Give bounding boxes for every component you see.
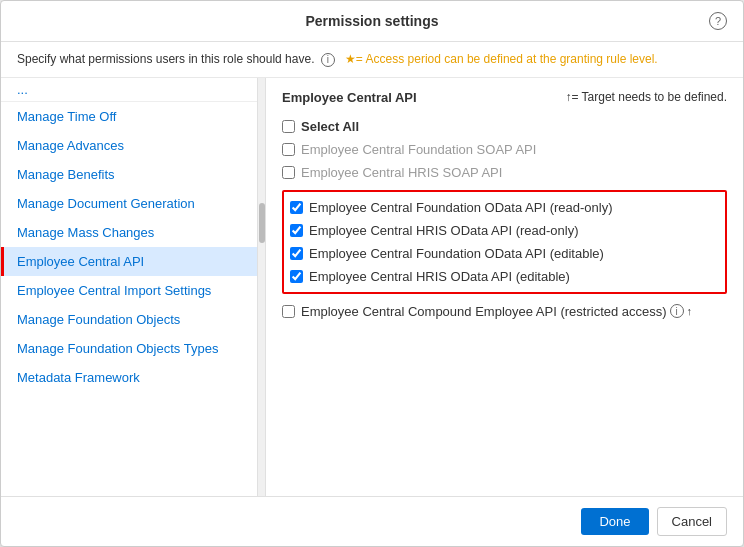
checkbox-label-cb-compound[interactable]: Employee Central Compound Employee API (… <box>301 304 667 319</box>
star-note: ★= Access period can be defined at the g… <box>345 52 658 66</box>
checkbox-cb-hris-odata-readonly[interactable] <box>290 224 303 237</box>
sidebar-item-manage-foundation-objects[interactable]: Manage Foundation Objects <box>1 305 257 334</box>
checkbox-row-cb-foundation-odata-readonly: Employee Central Foundation OData API (r… <box>290 196 719 219</box>
main-panel: Employee Central API ↑= Target needs to … <box>266 78 743 496</box>
dialog-header: Permission settings ? <box>1 1 743 42</box>
checkbox-row-cb-hris-odata-editable: Employee Central HRIS OData API (editabl… <box>290 265 719 288</box>
checkbox-cb-foundation-odata-editable[interactable] <box>290 247 303 260</box>
target-arrow-icon: ↑ <box>687 305 693 317</box>
select-all-checkbox[interactable] <box>282 120 295 133</box>
checkbox-label-cb-soap[interactable]: Employee Central Foundation SOAP API <box>301 142 536 157</box>
checkbox-row-cb-foundation-odata-editable: Employee Central Foundation OData API (e… <box>290 242 719 265</box>
sidebar-scroll-area: ... Manage Time OffManage AdvancesManage… <box>1 78 257 496</box>
checkbox-cb-foundation-odata-readonly[interactable] <box>290 201 303 214</box>
panel-subtitle: ↑= Target needs to be defined. <box>565 90 727 104</box>
checkbox-label-cb-hris-odata-readonly[interactable]: Employee Central HRIS OData API (read-on… <box>309 223 579 238</box>
sidebar-scroll-container: ... Manage Time OffManage AdvancesManage… <box>1 78 266 496</box>
checkbox-cb-hris-odata-editable[interactable] <box>290 270 303 283</box>
checkbox-label-cb-hris-soap[interactable]: Employee Central HRIS SOAP API <box>301 165 502 180</box>
sidebar-scroll-top: ... <box>1 78 257 102</box>
info-bar: Specify what permissions users in this r… <box>1 42 743 78</box>
sidebar-item-manage-time-off[interactable]: Manage Time Off <box>1 102 257 131</box>
dialog-body: Specify what permissions users in this r… <box>1 42 743 496</box>
permission-settings-dialog: Permission settings ? Specify what permi… <box>0 0 744 547</box>
panel-header: Employee Central API ↑= Target needs to … <box>282 90 727 105</box>
select-all-row: Select All <box>282 115 727 138</box>
dialog-title: Permission settings <box>305 13 438 29</box>
checkbox-label-cb-hris-odata-editable[interactable]: Employee Central HRIS OData API (editabl… <box>309 269 570 284</box>
info-circle-icon: i <box>321 53 335 67</box>
select-all-label[interactable]: Select All <box>301 119 359 134</box>
highlighted-checkbox-group: Employee Central Foundation OData API (r… <box>282 190 727 294</box>
content-area: ... Manage Time OffManage AdvancesManage… <box>1 78 743 496</box>
sidebar-item-manage-advances[interactable]: Manage Advances <box>1 131 257 160</box>
checkbox-row-cb-soap: Employee Central Foundation SOAP API <box>282 138 727 161</box>
sidebar-item-employee-central-api[interactable]: Employee Central API <box>1 247 257 276</box>
checkbox-label-cb-foundation-odata-editable[interactable]: Employee Central Foundation OData API (e… <box>309 246 604 261</box>
panel-title: Employee Central API <box>282 90 417 105</box>
help-icon[interactable]: ? <box>709 12 727 30</box>
checkbox-cb-hris-soap[interactable] <box>282 166 295 179</box>
info-text: Specify what permissions users in this r… <box>17 52 314 66</box>
checkbox-row-cb-hris-odata-readonly: Employee Central HRIS OData API (read-on… <box>290 219 719 242</box>
checkbox-cb-soap[interactable] <box>282 143 295 156</box>
dialog-footer: Done Cancel <box>1 496 743 546</box>
sidebar-scrollbar[interactable] <box>257 78 265 496</box>
cancel-button[interactable]: Cancel <box>657 507 727 536</box>
checkbox-label-cb-foundation-odata-readonly[interactable]: Employee Central Foundation OData API (r… <box>309 200 613 215</box>
sidebar-item-manage-foundation-objects-types[interactable]: Manage Foundation Objects Types <box>1 334 257 363</box>
compound-info-icon: i <box>670 304 684 318</box>
sidebar-item-manage-document-generation[interactable]: Manage Document Generation <box>1 189 257 218</box>
sidebar-item-employee-central-import-settings[interactable]: Employee Central Import Settings <box>1 276 257 305</box>
checkbox-row-cb-hris-soap: Employee Central HRIS SOAP API <box>282 161 727 184</box>
sidebar-item-manage-mass-changes[interactable]: Manage Mass Changes <box>1 218 257 247</box>
sidebar-scroll-thumb <box>259 203 265 243</box>
checkbox-cb-compound[interactable] <box>282 305 295 318</box>
sidebar-item-manage-benefits[interactable]: Manage Benefits <box>1 160 257 189</box>
sidebar-item-metadata-framework[interactable]: Metadata Framework <box>1 363 257 392</box>
done-button[interactable]: Done <box>581 508 648 535</box>
checkbox-row-cb-compound: Employee Central Compound Employee API (… <box>282 300 727 323</box>
